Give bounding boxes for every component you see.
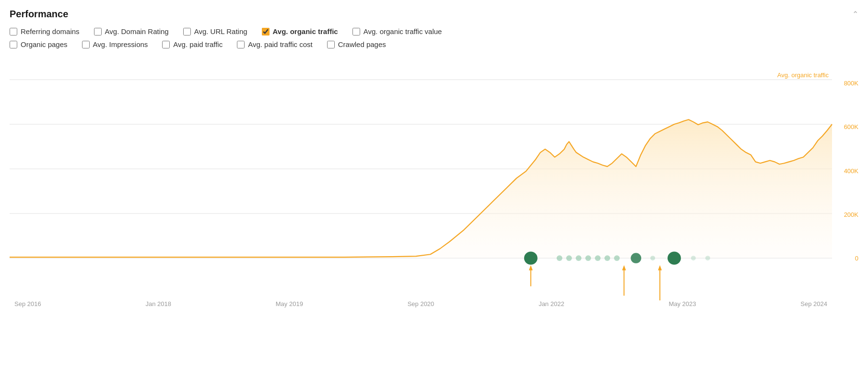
checkbox-crawled-pages[interactable]: Crawled pages bbox=[327, 40, 386, 48]
svg-marker-8 bbox=[622, 265, 626, 271]
collapse-icon[interactable]: ⌃ bbox=[852, 10, 858, 19]
svg-marker-6 bbox=[529, 265, 533, 271]
y-label-400k: 400K bbox=[844, 167, 858, 175]
x-label-may2019: May 2019 bbox=[276, 300, 303, 307]
event-dot-small-3[interactable] bbox=[576, 255, 582, 261]
checkbox-avg-paid-traffic-cost[interactable]: Avg. paid traffic cost bbox=[237, 40, 313, 48]
checkbox-filters: Referring domains Avg. Domain Rating Avg… bbox=[10, 27, 858, 53]
checkbox-row-1: Referring domains Avg. Domain Rating Avg… bbox=[10, 27, 858, 35]
arrow-annotation-3 bbox=[658, 265, 662, 300]
checkbox-avg-paid-traffic[interactable]: Avg. paid traffic bbox=[162, 40, 223, 48]
checkbox-avg-url-rating[interactable]: Avg. URL Rating bbox=[183, 27, 247, 35]
x-label-jan2018: Jan 2018 bbox=[145, 300, 171, 307]
checkbox-input-avg-organic-traffic-value[interactable] bbox=[352, 28, 360, 35]
arrow-annotation-1 bbox=[529, 265, 533, 286]
arrow-annotation-2 bbox=[622, 265, 626, 296]
chart-fill-area bbox=[10, 119, 832, 258]
event-dot-small-2[interactable] bbox=[566, 255, 572, 261]
svg-marker-10 bbox=[658, 265, 662, 271]
x-label-jan2022: Jan 2022 bbox=[539, 300, 564, 307]
event-dot-small-4[interactable] bbox=[586, 255, 591, 261]
y-label-600k: 600K bbox=[844, 123, 858, 130]
checkbox-input-avg-domain-rating[interactable] bbox=[94, 28, 102, 35]
checkbox-input-organic-pages[interactable] bbox=[10, 41, 17, 48]
x-label-sep2016: Sep 2016 bbox=[14, 300, 41, 307]
event-dot-small-6[interactable] bbox=[604, 255, 610, 261]
chart-svg bbox=[10, 80, 832, 305]
event-dot-small-7[interactable] bbox=[614, 255, 620, 261]
x-label-sep2020: Sep 2020 bbox=[408, 300, 434, 307]
checkbox-input-crawled-pages[interactable] bbox=[327, 41, 335, 48]
event-dot-large-2[interactable] bbox=[668, 251, 681, 264]
event-dot-tiny-2[interactable] bbox=[691, 256, 696, 260]
y-label-200k: 200K bbox=[844, 211, 858, 218]
y-axis: 800K 600K 400K 200K 0 bbox=[844, 80, 858, 262]
event-dot-tiny-1[interactable] bbox=[650, 256, 655, 260]
chart-area: Avg. organic traffic bbox=[10, 58, 858, 327]
checkbox-input-avg-organic-traffic[interactable] bbox=[262, 28, 270, 35]
chart-series-label: Avg. organic traffic bbox=[777, 71, 829, 79]
checkbox-input-avg-paid-traffic[interactable] bbox=[162, 41, 170, 48]
event-dot-medium-1[interactable] bbox=[631, 253, 641, 263]
checkbox-referring-domains[interactable]: Referring domains bbox=[10, 27, 80, 35]
checkbox-row-2: Organic pages Avg. Impressions Avg. paid… bbox=[10, 40, 858, 48]
panel-title: Performance bbox=[10, 9, 68, 20]
y-label-800k: 800K bbox=[844, 80, 858, 87]
checkbox-avg-organic-traffic-value[interactable]: Avg. organic traffic value bbox=[352, 27, 442, 35]
x-axis: Sep 2016 Jan 2018 May 2019 Sep 2020 Jan … bbox=[10, 300, 832, 307]
x-label-sep2024: Sep 2024 bbox=[800, 300, 827, 307]
panel-header: Performance ⌃ bbox=[10, 9, 858, 20]
checkbox-input-avg-impressions[interactable] bbox=[82, 41, 90, 48]
checkbox-avg-impressions[interactable]: Avg. Impressions bbox=[82, 40, 148, 48]
performance-panel: Performance ⌃ Referring domains Avg. Dom… bbox=[0, 0, 868, 331]
checkbox-avg-organic-traffic[interactable]: Avg. organic traffic bbox=[262, 27, 338, 35]
checkbox-input-referring-domains[interactable] bbox=[10, 28, 17, 35]
event-dot-small-5[interactable] bbox=[595, 255, 600, 261]
x-label-may2023: May 2023 bbox=[669, 300, 696, 307]
y-label-0: 0 bbox=[855, 255, 858, 262]
checkbox-input-avg-paid-traffic-cost[interactable] bbox=[237, 41, 245, 48]
event-dot-tiny-3[interactable] bbox=[705, 256, 710, 260]
checkbox-avg-domain-rating[interactable]: Avg. Domain Rating bbox=[94, 27, 169, 35]
event-dot-large-1[interactable] bbox=[524, 251, 538, 264]
event-dot-small-1[interactable] bbox=[557, 255, 563, 261]
checkbox-organic-pages[interactable]: Organic pages bbox=[10, 40, 68, 48]
checkbox-input-avg-url-rating[interactable] bbox=[183, 28, 191, 35]
